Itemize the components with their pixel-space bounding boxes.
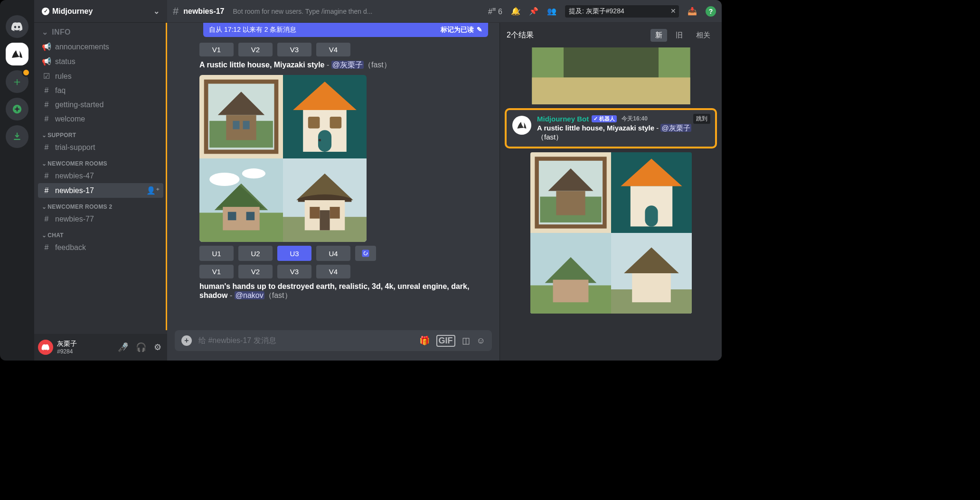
channel-topbar: # newbies-17 Bot room for new users. Typ… [167, 0, 722, 23]
u2-button[interactable]: U2 [238, 246, 273, 261]
new-messages-bar[interactable]: 自从 17:12 以来有 2 条新消息 标记为已读 ✎ [203, 23, 488, 37]
user-avatar[interactable] [38, 340, 53, 355]
search-results-pane: 2个结果 新 旧 相关 跳到 [499, 23, 722, 361]
result-text: A rustic little house, Miyazaki style - … [537, 124, 709, 142]
sticker-icon[interactable]: ◫ [462, 335, 470, 346]
mention[interactable]: @nakov [235, 291, 264, 299]
svg-rect-40 [556, 191, 585, 215]
svg-rect-7 [243, 121, 250, 130]
attach-icon[interactable]: + [181, 335, 192, 346]
message-prompt-2: human's hands up to destroyed earth, rea… [199, 282, 492, 301]
mark-read-button[interactable]: 标记为已读 ✎ [441, 26, 482, 34]
threads-icon[interactable]: #≡ 6 [488, 6, 502, 16]
mute-icon[interactable]: 🎤̷ [116, 340, 130, 354]
add-person-icon[interactable]: 👤⁺ [146, 186, 160, 195]
jump-button[interactable]: 跳到 [693, 114, 710, 124]
notifications-icon[interactable]: 🔔̷ [511, 7, 520, 16]
svg-rect-44 [645, 205, 658, 226]
gif-icon[interactable]: GIF [436, 335, 455, 347]
megaphone-icon: 📢 [42, 42, 51, 51]
megaphone-icon: 📢 [42, 57, 51, 66]
server-midjourney-icon[interactable] [6, 43, 28, 65]
v2-button-prev[interactable]: V2 [238, 43, 273, 56]
channel-feedback[interactable]: #feedback [38, 241, 163, 255]
result-image-grid[interactable] [530, 152, 692, 314]
svg-rect-33 [564, 47, 659, 77]
channel-getting-started[interactable]: #getting-started [38, 98, 163, 112]
results-count: 2个结果 [507, 30, 534, 40]
channel-newbies-77[interactable]: #newbies-77 [38, 212, 163, 226]
hash-icon: # [173, 5, 179, 18]
svg-rect-22 [228, 212, 236, 221]
svg-point-17 [242, 168, 265, 178]
server-rail: ＋ [0, 0, 34, 361]
add-server-button[interactable]: ＋ [6, 70, 28, 93]
prev-result-thumb[interactable] [530, 47, 692, 104]
inbox-icon[interactable]: 📥 [688, 7, 697, 16]
v4-button[interactable]: V4 [316, 265, 350, 278]
download-button[interactable] [6, 125, 28, 148]
gift-icon[interactable]: 🎁 [419, 335, 430, 346]
svg-rect-5 [226, 115, 256, 140]
u4-button[interactable]: U4 [316, 246, 350, 261]
svg-point-14 [319, 139, 321, 141]
server-name: Midjourney [52, 7, 93, 16]
pin-icon[interactable]: 📌 [529, 7, 538, 16]
server-header[interactable]: ✓ Midjourney ⌄ [34, 0, 167, 23]
search-input[interactable]: 提及: 灰栗子#9284 ✕ [565, 5, 679, 18]
channel-description: Bot room for new users. Type /imagine th… [233, 8, 373, 15]
channel-trial-support[interactable]: #trial-support [38, 140, 163, 155]
hash-icon: # [42, 86, 51, 95]
u3-button[interactable]: U3 [277, 246, 311, 261]
hash-icon: # [42, 243, 51, 252]
clear-search-icon[interactable]: ✕ [670, 7, 676, 15]
svg-rect-48 [553, 280, 588, 303]
hash-lock-icon: # [42, 172, 51, 180]
discord-home-icon[interactable] [6, 15, 28, 38]
sort-new-tab[interactable]: 新 [650, 29, 667, 42]
message-list: 自从 17:12 以来有 2 条新消息 标记为已读 ✎ V1 V2 V3 V4 … [167, 23, 499, 361]
generated-image-grid[interactable] [199, 75, 367, 242]
u1-button[interactable]: U1 [199, 246, 234, 261]
message-input[interactable]: + 给 #newbies-17 发消息 🎁 GIF ◫ ☺ [175, 330, 492, 351]
svg-rect-35 [532, 77, 690, 104]
channel-newbies-47[interactable]: #newbies-47 [38, 169, 163, 183]
svg-rect-11 [308, 117, 320, 129]
category-info[interactable]: ⌄ INFO [38, 25, 163, 39]
channel-rules[interactable]: ☑rules [38, 69, 163, 83]
main-column: # newbies-17 Bot room for new users. Typ… [167, 0, 722, 361]
category-support[interactable]: ⌄ SUPPORT [38, 126, 163, 140]
channel-status[interactable]: 📢status [38, 54, 163, 69]
gear-icon[interactable]: ⚙ [152, 340, 163, 354]
category-newcomer[interactable]: ⌄ NEWCOMER ROOMS [38, 155, 163, 169]
category-chat[interactable]: ⌄ CHAT [38, 226, 163, 241]
channel-faq[interactable]: #faq [38, 83, 163, 98]
v3-button-prev[interactable]: V3 [277, 43, 311, 56]
v1-button-prev[interactable]: V1 [199, 43, 234, 56]
svg-point-16 [209, 173, 239, 186]
channel-sidebar: ✓ Midjourney ⌄ ⌄ INFO 📢announcements 📢st… [34, 0, 167, 361]
svg-rect-31 [362, 250, 369, 257]
v1-button[interactable]: V1 [199, 265, 234, 278]
emoji-icon[interactable]: ☺ [477, 336, 485, 346]
explore-button[interactable] [6, 98, 28, 120]
result-timestamp: 今天16:40 [622, 115, 648, 123]
reroll-button[interactable] [355, 246, 376, 261]
v4-button-prev[interactable]: V4 [316, 43, 350, 56]
sort-relevant-tab[interactable]: 相关 [691, 29, 715, 42]
mention[interactable]: @灰栗子 [331, 61, 364, 69]
bot-avatar [512, 116, 531, 135]
channel-announcements[interactable]: 📢announcements [38, 39, 163, 54]
v3-button[interactable]: V3 [277, 265, 311, 278]
rules-icon: ☑ [42, 72, 51, 81]
category-newcomer-2[interactable]: ⌄ NEWCOMER ROOMS 2 [38, 198, 163, 212]
members-icon[interactable]: 👥 [547, 7, 556, 16]
channel-newbies-17[interactable]: #newbies-17👤⁺ [38, 183, 163, 198]
channel-welcome[interactable]: #welcome [38, 112, 163, 126]
help-icon[interactable]: ? [706, 6, 716, 17]
search-result-highlighted[interactable]: 跳到 Midjourney Bot ✓ 机器人 今天16:40 A rustic… [507, 110, 715, 147]
svg-rect-52 [632, 273, 671, 302]
headphones-icon[interactable]: 🎧 [134, 340, 148, 354]
sort-old-tab[interactable]: 旧 [671, 29, 688, 42]
v2-button[interactable]: V2 [238, 265, 273, 278]
